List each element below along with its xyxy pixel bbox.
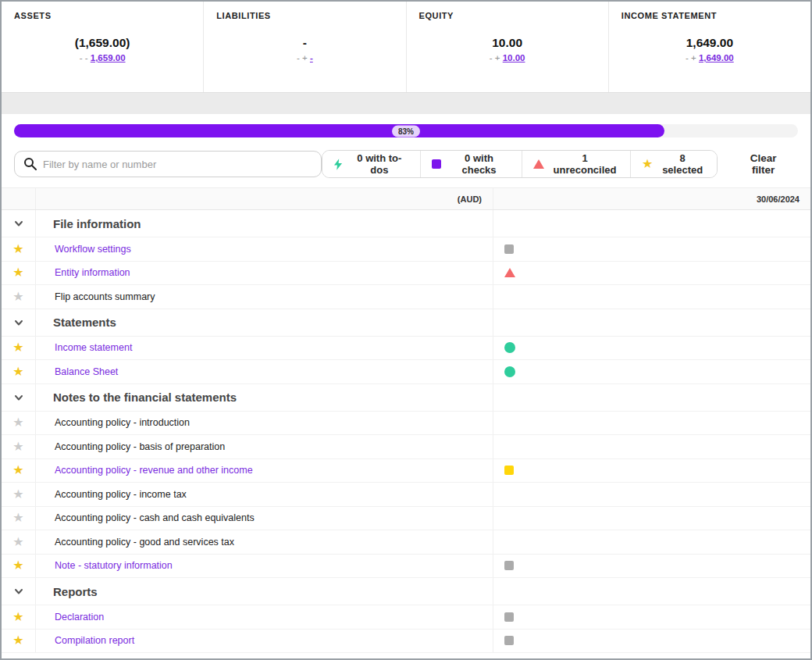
star-cell[interactable]: ★ xyxy=(2,435,36,458)
card-label: ASSETS xyxy=(14,11,191,20)
star-cell[interactable]: ★ xyxy=(2,285,36,309)
name-cell: Accounting policy - good and services ta… xyxy=(36,530,493,554)
table-row: ★ Accounting policy - good and services … xyxy=(2,530,810,555)
filter-unreconciled-label: 1 unreconciled xyxy=(550,152,619,176)
section-collapse-cell[interactable] xyxy=(2,309,36,336)
card-value: 10.00 xyxy=(419,36,596,50)
name-cell: Income statement xyxy=(36,337,493,360)
workpaper-link[interactable]: Income statement xyxy=(36,342,132,353)
star-filled-icon[interactable]: ★ xyxy=(12,243,23,255)
card-sub-prefix: - + xyxy=(490,53,503,62)
star-cell[interactable]: ★ xyxy=(2,360,36,384)
card-subline: - + - xyxy=(216,53,393,62)
status-cell xyxy=(493,507,810,530)
section-title: File information xyxy=(36,217,141,230)
workpaper-link: Accounting policy - cash and cash equiva… xyxy=(36,512,255,523)
workpaper-link[interactable]: Workflow settings xyxy=(36,244,131,255)
table-row: ★ Accounting policy - introduction xyxy=(2,412,810,436)
star-cell[interactable]: ★ xyxy=(2,605,36,629)
star-outline-icon[interactable]: ★ xyxy=(12,416,23,429)
table-row: ★ Income statement xyxy=(2,337,810,361)
star-outline-icon[interactable]: ★ xyxy=(12,291,23,303)
workpaper-link[interactable]: Declaration xyxy=(36,612,104,623)
status-cell xyxy=(493,337,810,360)
card-label: EQUITY xyxy=(419,11,596,20)
star-filled-icon[interactable]: ★ xyxy=(12,341,23,354)
filter-input[interactable] xyxy=(14,151,322,177)
table-row: ★ Accounting policy - cash and cash equi… xyxy=(2,507,810,531)
filter-selected-label: 8 selected xyxy=(659,152,706,176)
card-sub-prefix: - + xyxy=(686,53,699,62)
workpaper-link: Accounting policy - basis of preparation xyxy=(36,441,225,452)
card-sub-link[interactable]: - xyxy=(310,53,313,62)
star-outline-icon[interactable]: ★ xyxy=(12,536,23,548)
star-cell[interactable]: ★ xyxy=(2,337,36,360)
star-cell[interactable]: ★ xyxy=(2,630,36,653)
table-row: ★ Accounting policy - basis of preparati… xyxy=(2,435,810,459)
green-circle-status-icon xyxy=(504,342,515,353)
chevron-down-icon xyxy=(13,218,24,229)
star-cell[interactable]: ★ xyxy=(2,262,36,285)
name-cell: Accounting policy - basis of preparation xyxy=(36,435,493,458)
table-row: ★ Entity information xyxy=(2,262,810,286)
filter-checks-button[interactable]: 0 with checks xyxy=(421,151,522,177)
filter-todos-button[interactable]: 0 with to-dos xyxy=(322,151,422,177)
star-cell[interactable]: ★ xyxy=(2,530,36,554)
section-collapse-cell[interactable] xyxy=(2,578,36,605)
purple-square-icon xyxy=(432,159,441,169)
chevron-down-icon xyxy=(13,586,24,597)
star-cell[interactable]: ★ xyxy=(2,459,36,483)
card-sub-link[interactable]: 1,659.00 xyxy=(91,53,126,62)
star-cell[interactable]: ★ xyxy=(2,483,36,506)
name-cell: Declaration xyxy=(36,605,493,629)
star-filled-icon[interactable]: ★ xyxy=(12,634,23,647)
name-cell: Accounting policy - introduction xyxy=(36,412,493,435)
star-outline-icon[interactable]: ★ xyxy=(12,512,23,524)
filter-unreconciled-button[interactable]: 1 unreconciled xyxy=(522,151,631,177)
star-cell[interactable]: ★ xyxy=(2,412,36,435)
star-filled-icon[interactable]: ★ xyxy=(12,464,23,476)
section-collapse-cell[interactable] xyxy=(2,384,36,411)
card-sub-link[interactable]: 10.00 xyxy=(503,53,525,62)
workpaper-list: File information ★ Workflow settings ★ E… xyxy=(2,210,810,653)
card-label: LIABILITIES xyxy=(216,11,393,20)
clear-filter-button[interactable]: Clear filter xyxy=(738,152,789,176)
section-title: Reports xyxy=(36,585,98,598)
date-header: 30/06/2024 xyxy=(757,194,810,204)
section-row: Reports xyxy=(2,578,810,605)
workpaper-link[interactable]: Entity information xyxy=(36,267,130,278)
card-sub-link[interactable]: 1,649.00 xyxy=(699,53,734,62)
workpaper-link[interactable]: Compilation report xyxy=(36,635,134,646)
workpapers-app: ASSETS (1,659.00) - - 1,659.00 LIABILITI… xyxy=(0,0,812,660)
star-cell[interactable]: ★ xyxy=(2,237,36,261)
workpaper-link: Flip accounts summary xyxy=(36,291,155,302)
status-cell xyxy=(493,262,810,285)
card-value: - xyxy=(216,36,393,50)
workpaper-link[interactable]: Balance Sheet xyxy=(36,366,118,377)
star-cell[interactable]: ★ xyxy=(2,555,36,578)
name-cell: Note - statutory information xyxy=(36,555,493,578)
star-cell[interactable]: ★ xyxy=(2,507,36,530)
name-cell: Entity information xyxy=(36,262,493,285)
workpaper-link[interactable]: Note - statutory information xyxy=(36,560,173,571)
workpaper-link[interactable]: Accounting policy - revenue and other in… xyxy=(36,465,253,476)
star-filled-icon[interactable]: ★ xyxy=(12,611,23,623)
filter-checks-label: 0 with checks xyxy=(447,152,511,176)
section-row: Statements xyxy=(2,309,810,337)
gray-square-status-icon xyxy=(504,612,514,622)
card-income-statement: INCOME STATEMENT 1,649.00 - + 1,649.00 xyxy=(609,2,810,92)
star-outline-icon[interactable]: ★ xyxy=(12,488,23,501)
section-row: Notes to the financial statements xyxy=(2,384,810,412)
yellow-star-icon: ★ xyxy=(642,158,653,170)
star-filled-icon[interactable]: ★ xyxy=(12,366,23,378)
card-value: (1,659.00) xyxy=(14,36,191,50)
star-outline-icon[interactable]: ★ xyxy=(12,441,23,453)
filter-todos-label: 0 with to-dos xyxy=(349,152,409,176)
chevron-down-icon xyxy=(13,392,24,403)
section-collapse-cell[interactable] xyxy=(2,210,36,237)
star-filled-icon[interactable]: ★ xyxy=(12,559,23,572)
status-cell xyxy=(493,459,810,483)
filter-selected-button[interactable]: ★ 8 selected xyxy=(631,151,717,177)
star-filled-icon[interactable]: ★ xyxy=(12,266,23,279)
card-assets: ASSETS (1,659.00) - - 1,659.00 xyxy=(2,2,204,92)
